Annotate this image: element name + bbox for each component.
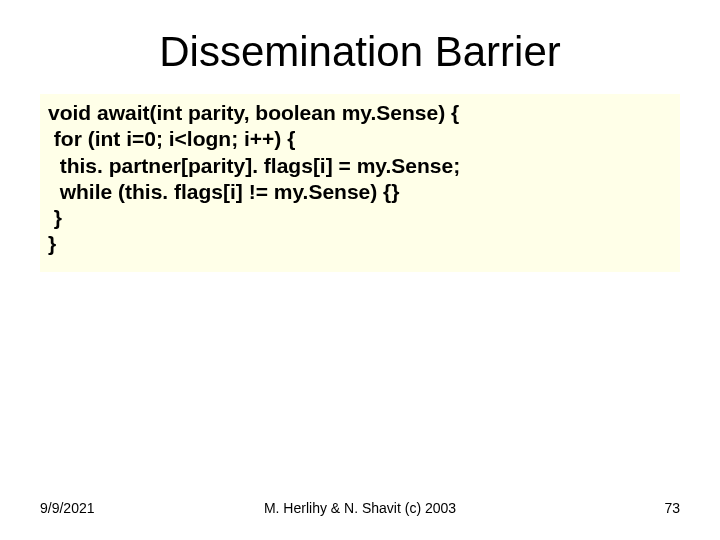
slide: Dissemination Barrier void await(int par…	[0, 0, 720, 540]
footer-page-number: 73	[664, 500, 680, 516]
code-block: void await(int parity, boolean my.Sense)…	[40, 94, 680, 272]
code-line: }	[48, 206, 62, 229]
code-line: }	[48, 232, 56, 255]
code-line: for (int i=0; i<logn; i++) {	[48, 127, 295, 150]
code-line: while (this. flags[i] != my.Sense) {}	[48, 180, 399, 203]
code-line: void await(int parity, boolean my.Sense)…	[48, 101, 459, 124]
slide-title: Dissemination Barrier	[0, 0, 720, 94]
code-line: this. partner[parity]. flags[i] = my.Sen…	[48, 154, 460, 177]
footer-attribution: M. Herlihy & N. Shavit (c) 2003	[0, 500, 720, 516]
